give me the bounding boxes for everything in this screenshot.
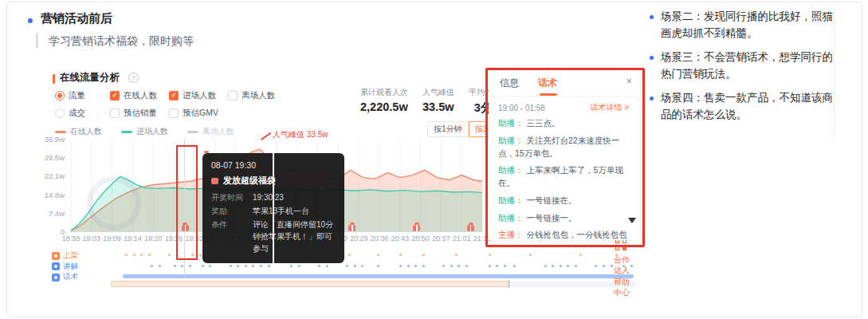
crosshair-line	[184, 138, 185, 278]
event-dot	[354, 265, 356, 267]
event-dot	[159, 265, 161, 267]
filter-item[interactable]: 预估销量	[110, 108, 157, 119]
list-item: 场景二：发现同行播的比我好，照猫画虎却抓不到精髓。	[650, 9, 833, 42]
tab-script[interactable]: 话术	[538, 77, 557, 96]
speaker-label: 助播：	[498, 136, 524, 145]
tooltip-value: 苹果13手机一台	[253, 205, 336, 217]
legend-label: 在线人数	[70, 126, 102, 137]
event-dot	[496, 265, 498, 267]
event-row-label: 话术	[52, 272, 78, 282]
event-dot	[361, 265, 363, 267]
event-dot	[176, 254, 179, 256]
watermark-logo	[87, 176, 141, 230]
event-row-icon	[52, 274, 60, 282]
filter-item[interactable]: 进场人数	[169, 90, 216, 101]
checkbox-control[interactable]	[169, 91, 179, 100]
peak-annotation: 人气峰值 33.5w	[273, 129, 328, 140]
speaker-label: 助播：	[498, 213, 524, 223]
event-dot	[189, 265, 191, 267]
chat-message-list: 助播：三三点。助播：关注亮灯台22来速度快一点，15万单包。助播：上车来啊上车了…	[489, 117, 638, 240]
event-dot	[230, 265, 232, 267]
filter-item[interactable]: 在线人数	[110, 90, 157, 101]
chat-message: 助播：上车来啊上车了，5万单现在。	[498, 164, 629, 190]
title-accent-bar	[53, 74, 55, 84]
event-dot	[450, 265, 453, 267]
event-dot	[529, 254, 532, 256]
tooltip-title: 发放超级福袋	[223, 175, 276, 187]
checkbox-control[interactable]	[169, 108, 179, 118]
legend-label: 进场人数	[136, 126, 168, 137]
filter-item[interactable]: 预估GMV	[169, 108, 218, 119]
legend-item[interactable]: 离场人数	[187, 126, 234, 137]
filter-item[interactable]: 成交	[55, 108, 85, 119]
checkbox-control[interactable]	[228, 91, 238, 100]
event-dot	[579, 254, 582, 256]
interval-button[interactable]: 按1分钟	[427, 121, 469, 137]
bullet-icon	[650, 56, 654, 60]
panel-title: 在线流量分析	[60, 71, 120, 85]
event-dot	[209, 265, 211, 267]
stat: 人气峰值33.5w	[422, 87, 454, 116]
event-dot	[489, 265, 491, 267]
tooltip-label: 条件	[211, 219, 253, 254]
content-card: 营销活动前后 学习营销话术福袋，限时购等 场景二：发现同行播的比我好，照猫画虎却…	[6, 2, 862, 317]
event-dot	[348, 254, 351, 256]
event-row-text: 上架	[63, 250, 78, 261]
message-text: 一号链接一。	[527, 213, 577, 223]
qr-grid-icon[interactable]	[615, 239, 626, 250]
chart-legend: 在线人数进场人数离场人数	[55, 126, 234, 137]
time-range: 19:00 - 01:58	[498, 104, 545, 112]
script-detail-link[interactable]: 话术详情 >	[590, 102, 629, 113]
event-dot	[133, 254, 136, 256]
event-dot	[567, 265, 569, 267]
partner-button[interactable]: 合作达人	[614, 254, 633, 275]
brush-handle[interactable]	[508, 280, 510, 288]
event-dot	[465, 265, 468, 267]
event-dot	[377, 265, 379, 267]
event-dot	[414, 265, 417, 267]
gift-marker-icon[interactable]	[413, 225, 420, 231]
event-dot	[346, 265, 348, 267]
checkbox-control[interactable]	[110, 91, 120, 100]
legend-swatch	[187, 131, 198, 133]
stat: 累计观看人次2,220.5w	[360, 87, 408, 116]
event-dot	[174, 265, 176, 267]
chevron-down-icon[interactable]	[628, 218, 636, 223]
stat-value: 33.5w	[422, 100, 454, 113]
legend-swatch	[121, 131, 132, 133]
event-dot	[552, 265, 554, 267]
speaker-label: 主播：	[498, 230, 524, 239]
checkbox-control[interactable]	[110, 108, 120, 118]
gift-marker-icon[interactable]	[348, 225, 355, 231]
event-row-icon	[52, 252, 60, 260]
gift-marker-icon[interactable]	[467, 225, 474, 231]
radio-control[interactable]	[55, 91, 65, 100]
filter-item[interactable]: 离场人数	[228, 90, 275, 101]
chart-tooltip: 08-07 19:30 发放超级福袋 开奖时间19:30:23奖励苹果13手机一…	[202, 153, 344, 263]
event-dot	[252, 265, 254, 267]
event-dot	[489, 254, 491, 256]
chat-message: 助播：一号链接在。	[498, 195, 629, 207]
help-center-button[interactable]: 帮助中心	[614, 277, 633, 297]
filter-row-2: 成交预估销量预估GMV	[55, 108, 218, 119]
event-dot	[168, 254, 171, 256]
speaker-label: 助播：	[498, 165, 524, 175]
legend-item[interactable]: 进场人数	[121, 126, 168, 137]
gift-marker-icon[interactable]	[182, 225, 189, 231]
tab-info[interactable]: 信息	[500, 77, 519, 96]
event-dot	[504, 265, 506, 267]
chat-message: 助播：关注亮灯台22来速度快一点，15万单包。	[498, 135, 629, 160]
stat-label: 人气峰值	[422, 87, 454, 98]
close-icon[interactable]: ×	[626, 75, 632, 87]
filter-label: 流量	[69, 90, 85, 101]
bullet-icon	[650, 96, 654, 100]
brush-selection[interactable]	[111, 281, 509, 287]
divider	[834, 7, 835, 138]
event-dot	[202, 265, 204, 267]
radio-control[interactable]	[55, 108, 65, 118]
filter-item[interactable]: 流量	[55, 90, 85, 101]
divider	[97, 108, 98, 118]
speaker-label: 助播：	[498, 195, 524, 205]
info-icon[interactable]: ?	[128, 73, 139, 83]
filter-label: 预估销量	[124, 108, 157, 119]
